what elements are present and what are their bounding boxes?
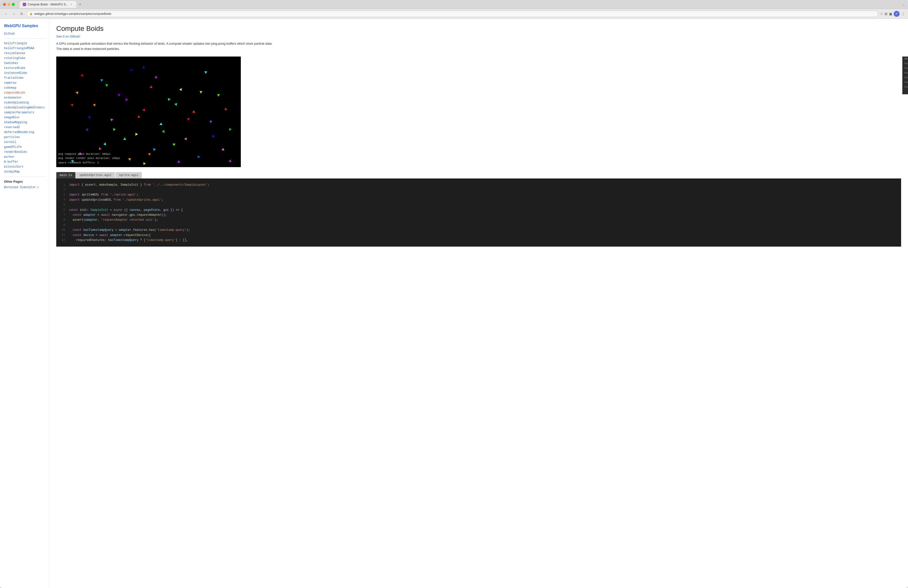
profile-initial: P: [896, 12, 897, 15]
deltaT-label: deltaT: [904, 57, 908, 60]
page-layout: WebGPU Samples Github helloTriangle hell…: [0, 19, 908, 588]
profile-icon[interactable]: P: [894, 11, 900, 17]
close-button[interactable]: [3, 3, 6, 6]
github-sample-link[interactable]: See it on Github!: [56, 35, 901, 38]
canvas-stats: avg compute pass duration: 886µs avg ren…: [58, 152, 120, 165]
rule3Scale-control: rule3Scale 0.005: [902, 85, 908, 89]
sidebar-item-worker[interactable]: worker: [4, 155, 45, 159]
sidebar-item-fractalCube[interactable]: fractalCube: [4, 76, 45, 80]
tab-updateSprites-wgsl[interactable]: updateSprites.wgsl: [76, 172, 115, 179]
sidebar-item-normalMap[interactable]: normalMap: [4, 170, 45, 174]
canvas-container: avg compute pass duration: 886µs avg ren…: [56, 56, 241, 167]
code-line-12: 12 requiredFeatures: hasTimestampQuery ?…: [60, 238, 897, 243]
other-pages-title: Other Pages: [4, 180, 45, 184]
code-line-6: 6 const init: SampleInit = async ({ canv…: [60, 208, 897, 213]
code-section: main.ts updateSprites.wgsl sprite.wgsl 1…: [56, 172, 901, 247]
tab-sprite-wgsl[interactable]: sprite.wgsl: [116, 172, 142, 179]
forward-button[interactable]: ›: [11, 11, 17, 17]
code-line-8: 8 assert(adapter, 'requestAdapter return…: [60, 217, 897, 222]
sidebar-item-twoCubes[interactable]: twoCubes: [4, 61, 45, 65]
bookmark-icon[interactable]: ☆: [880, 12, 883, 16]
rule3Distance-label: rule3Distance: [904, 71, 908, 74]
sidebar-item-videoUploading[interactable]: videoUploading: [4, 101, 45, 105]
code-tabs: main.ts updateSprites.wgsl sprite.wgsl: [56, 172, 901, 179]
simulation-canvas: avg compute pass duration: 886µs avg ren…: [56, 56, 241, 167]
workload-simulator-label: Workload Simulator: [4, 185, 36, 189]
rule2Distance-control: rule2Distance 0.025: [902, 66, 908, 71]
svg-rect-0: [56, 56, 241, 167]
sidebar-item-shadowMapping[interactable]: shadowMapping: [4, 121, 45, 124]
sidebar-item-cubemap[interactable]: cubemap: [4, 86, 45, 90]
sidebar-item-reversedZ[interactable]: reversedZ: [4, 126, 45, 129]
browser-toolbar: ‹ › ↻ 🔒 webgpu.github.io/webgpu-samples/…: [0, 9, 908, 19]
sidebar-item-gameOfLife[interactable]: gameOfLife: [4, 145, 45, 149]
address-bar[interactable]: 🔒 webgpu.github.io/webgpu-samples/sample…: [27, 11, 878, 17]
sidebar-item-rotatingCube[interactable]: rotatingCube: [4, 56, 45, 60]
rule2Scale-label: rule2Scale: [904, 81, 908, 84]
sidebar-item-A-buffer[interactable]: A-buffer: [4, 160, 45, 164]
sidebar-item-helloTriangleMSAA[interactable]: helloTriangleMSAA: [4, 47, 45, 50]
main-content: Compute Boids See it on Github! A GPU co…: [49, 19, 908, 588]
external-link-icon: ↗: [37, 185, 39, 189]
rule1Distance-control: rule1Distance 0.1: [902, 61, 908, 66]
minimize-button[interactable]: [7, 3, 10, 6]
code-line-9: 9: [60, 223, 897, 227]
render-pass-stat: avg render render pass duration: 190µs: [58, 156, 120, 161]
lock-icon: 🔒: [29, 12, 33, 15]
sidebar-item-renderBundles[interactable]: renderBundles: [4, 150, 45, 154]
spare-buffers-stat: spare readback buffers: 2: [58, 161, 120, 165]
sidebar-item-animometer[interactable]: animometer: [4, 96, 45, 100]
new-tab-button[interactable]: +: [77, 2, 83, 7]
back-button[interactable]: ‹: [3, 11, 9, 17]
extensions-icon[interactable]: ⊞: [885, 12, 887, 16]
compute-pass-stat: avg compute pass duration: 886µs: [58, 152, 120, 156]
sidebar-workload-simulator[interactable]: Workload Simulator ↗: [4, 185, 45, 189]
sidebar-title: WebGPU Samples: [4, 24, 45, 28]
sidebar-item-videoUploadingWebCodecs[interactable]: videoUploadingWebCodecs: [4, 106, 45, 110]
sidebar-item-particles[interactable]: particles: [4, 135, 45, 139]
window-controls: ⌄: [902, 2, 905, 6]
tab-bar: Compute Boids - WebGPU S... × +: [20, 1, 83, 8]
sidebar-item-helloTriangle[interactable]: helloTriangle: [4, 42, 45, 45]
window-expand-icon: ⌄: [902, 2, 905, 6]
rule2Scale-control: rule2Scale 0.05: [902, 80, 908, 85]
refresh-button[interactable]: ↻: [19, 11, 25, 17]
code-line-10: 10 const hasTimestampQuery = adapter.fea…: [60, 227, 897, 232]
sidebar-github-link[interactable]: Github: [4, 32, 45, 35]
sidebar-item-resizeCanvas[interactable]: resizeCanvas: [4, 52, 45, 55]
code-line-5: 5: [60, 202, 897, 207]
sidebar-item-texturedCube[interactable]: texturedCube: [4, 66, 45, 70]
code-line-7: 7 const adapter = await navigator.gpu.re…: [60, 213, 897, 217]
code-line-3: 3 import spriteWGSL from './sprite.wgsl'…: [60, 192, 897, 197]
rule1Scale-label: rule1Scale: [904, 76, 908, 79]
tab-close-button[interactable]: ×: [70, 3, 73, 6]
tab-main-ts[interactable]: main.ts: [56, 172, 76, 179]
sidebar-item-computeBoids[interactable]: computeBoids: [4, 91, 45, 95]
sidebar-item-deferredRendering[interactable]: deferredRendering: [4, 130, 45, 134]
sidebar-item-imageBlur[interactable]: imageBlur: [4, 116, 45, 119]
rule3Scale-label: rule3Scale: [904, 85, 908, 89]
rule1Distance-label: rule1Distance: [904, 62, 908, 65]
url-text: webgpu.github.io/webgpu-samples/samples/…: [34, 12, 111, 16]
close-controls-button[interactable]: Close Controls: [902, 89, 908, 94]
browser-titlebar: Compute Boids - WebGPU S... × + ⌄: [0, 0, 908, 9]
sidebar-item-instancedCube[interactable]: instancedCube: [4, 71, 45, 75]
active-tab[interactable]: Compute Boids - WebGPU S... ×: [20, 1, 76, 8]
code-line-1: 1 import { assert, makeSample, SampleIni…: [60, 182, 897, 187]
sidebar-item-cornell[interactable]: cornell: [4, 140, 45, 144]
window-icon[interactable]: ▣: [889, 12, 892, 16]
sidebar-item-cameras[interactable]: cameras: [4, 81, 45, 85]
controls-panel: deltaT 0.04 rule1Distance 0.1 rule2Dista…: [902, 56, 908, 94]
sidebar-item-bitonicSort[interactable]: bitonicSort: [4, 165, 45, 169]
sidebar-item-samplerParameters[interactable]: samplerParameters: [4, 111, 45, 114]
tab-favicon: [23, 3, 26, 6]
deltaT-control: deltaT 0.04: [902, 56, 908, 61]
rule2Distance-label: rule2Distance: [904, 67, 908, 69]
code-block: 1 import { assert, makeSample, SampleIni…: [56, 179, 901, 247]
maximize-button[interactable]: [12, 3, 15, 6]
code-line-2: 2: [60, 187, 897, 192]
rule1Scale-control: rule1Scale 0.02: [902, 75, 908, 80]
code-line-4: 4 import updateSpritesWGSL from './updat…: [60, 198, 897, 202]
menu-icon[interactable]: ⋮: [901, 11, 905, 16]
rule3Distance-control: rule3Distance 0.025: [902, 71, 908, 75]
